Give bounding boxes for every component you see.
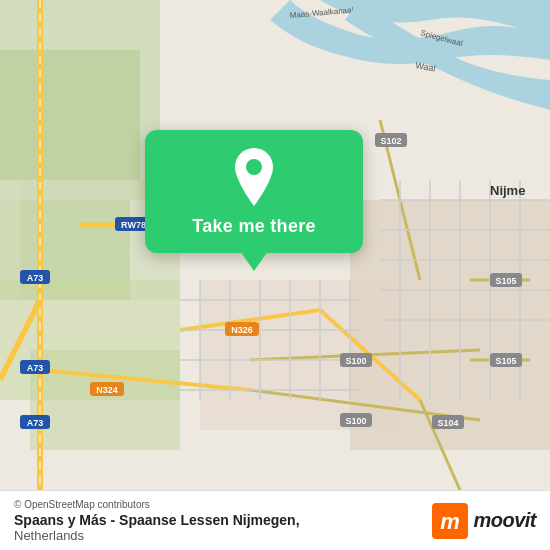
osm-credit: © OpenStreetMap contributors (14, 499, 300, 510)
svg-text:A73: A73 (27, 363, 44, 373)
svg-text:A73: A73 (27, 273, 44, 283)
svg-text:N324: N324 (96, 385, 118, 395)
svg-text:S105: S105 (495, 356, 516, 366)
footer: © OpenStreetMap contributors Spaans y Má… (0, 490, 550, 550)
svg-text:S100: S100 (345, 416, 366, 426)
svg-text:S104: S104 (437, 418, 458, 428)
footer-info: © OpenStreetMap contributors Spaans y Má… (14, 499, 300, 543)
svg-point-70 (246, 159, 262, 175)
place-country: Netherlands (14, 528, 300, 543)
svg-text:S100: S100 (345, 356, 366, 366)
take-me-there-button[interactable]: Take me there (145, 130, 363, 253)
location-pin-icon (230, 148, 278, 206)
svg-text:N326: N326 (231, 325, 253, 335)
svg-text:S102: S102 (380, 136, 401, 146)
callout-label: Take me there (192, 216, 316, 237)
moovit-text: moovit (473, 509, 536, 532)
moovit-m-icon: m (432, 503, 468, 539)
svg-text:A73: A73 (27, 418, 44, 428)
svg-text:Nijme: Nijme (490, 183, 525, 198)
svg-text:m: m (441, 509, 461, 534)
map-container[interactable]: Maas-Waalkanaal (0, 0, 550, 490)
svg-rect-7 (30, 350, 180, 450)
svg-text:S105: S105 (495, 276, 516, 286)
place-name: Spaans y Más - Spaanse Lessen Nijmegen, (14, 512, 300, 528)
svg-rect-3 (0, 50, 140, 180)
moovit-logo: m moovit (432, 503, 536, 539)
